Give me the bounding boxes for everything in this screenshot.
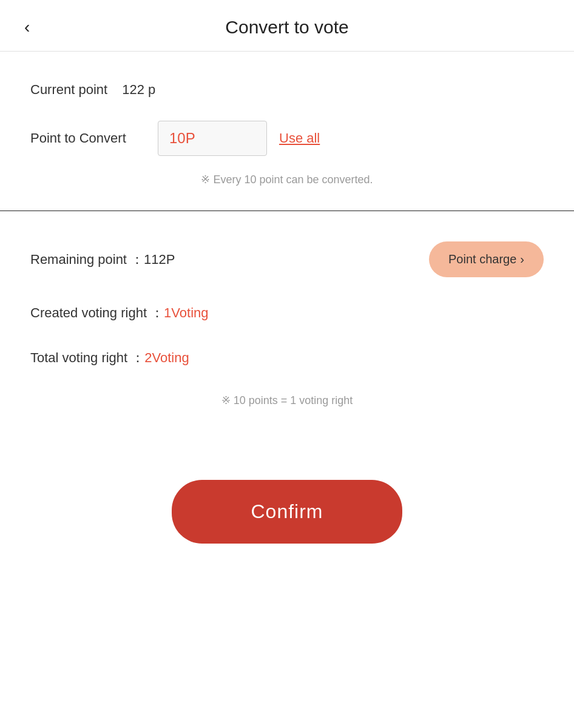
current-point-row: Current point 122 p	[30, 82, 544, 98]
point-convert-label: Point to Convert	[30, 130, 146, 146]
confirm-section: Confirm	[0, 468, 574, 580]
point-charge-button[interactable]: Point charge ›	[429, 241, 544, 277]
point-charge-chevron: ›	[520, 252, 524, 266]
bottom-section: Remaining point ：112P Point charge › Cre…	[0, 211, 574, 468]
point-convert-row: Point to Convert Use all	[30, 121, 544, 156]
page-header: ‹ Convert to vote	[0, 0, 574, 52]
remaining-point-row: Remaining point ：112P Point charge ›	[30, 241, 544, 277]
remaining-point-label: Remaining point ：112P	[30, 251, 175, 269]
total-voting-value: 2Voting	[144, 350, 189, 365]
total-voting-label: Total voting right ：2Voting	[30, 350, 189, 365]
total-voting-right-row: Total voting right ：2Voting	[30, 349, 544, 367]
confirm-button[interactable]: Confirm	[172, 480, 402, 544]
use-all-button[interactable]: Use all	[279, 130, 320, 146]
point-input[interactable]	[158, 121, 267, 156]
current-point-label: Current point	[30, 82, 107, 98]
current-point-value: 122 p	[122, 82, 155, 98]
page-title: Convert to vote	[225, 17, 348, 38]
top-section: Current point 122 p Point to Convert Use…	[0, 52, 574, 211]
conversion-note-bottom: ※ 10 points = 1 voting right	[30, 394, 544, 407]
point-charge-label: Point charge	[448, 252, 516, 266]
back-button[interactable]: ‹	[24, 19, 30, 36]
created-voting-right-row: Created voting right ：1Voting	[30, 304, 544, 322]
created-voting-value: 1Voting	[164, 305, 208, 320]
conversion-note-top: ※ Every 10 point can be converted.	[30, 173, 544, 186]
created-voting-label: Created voting right ：1Voting	[30, 305, 209, 320]
